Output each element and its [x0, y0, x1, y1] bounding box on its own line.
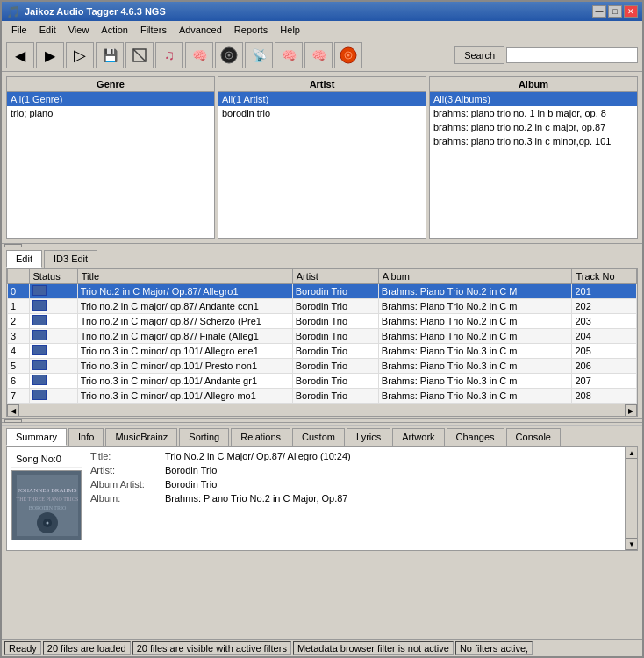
table-row[interactable]: 6Trio no.3 in C minor/ op.101/ Andante g… — [8, 374, 637, 389]
stop-button[interactable] — [125, 42, 154, 68]
minimize-button[interactable]: — — [592, 5, 606, 18]
album-item-1[interactable]: brahms: piano trio no. 1 in b major, op.… — [430, 106, 637, 120]
menu-action[interactable]: Action — [96, 23, 133, 37]
row-num: 2 — [8, 314, 30, 329]
search-input[interactable] — [506, 47, 638, 63]
brain1-button[interactable]: 🧠 — [185, 42, 213, 68]
table-row[interactable]: 1Trio no.2 in C major/ op.87/ Andante co… — [8, 299, 637, 314]
svg-point-4 — [228, 54, 231, 57]
play-button[interactable]: ▷ — [66, 42, 94, 68]
track-status-icon — [32, 285, 47, 296]
menu-edit[interactable]: Edit — [34, 23, 61, 37]
table-row[interactable]: 0Trio No.2 in C Major/ Op.87/ Allegro1Bo… — [8, 284, 637, 299]
row-album: Brahms: Piano Trio No.2 in C m — [378, 329, 572, 344]
close-button[interactable]: ✕ — [624, 5, 638, 18]
row-trackno: 205 — [572, 344, 637, 359]
disc1-icon — [219, 46, 239, 65]
horizontal-scrollbar[interactable]: ◀ ▶ — [7, 404, 637, 416]
status-metadata-filter: Metadata browser filter is not active — [293, 641, 454, 655]
genre-header: Genre — [7, 77, 214, 92]
tab-changes[interactable]: Changes — [447, 428, 504, 446]
tab-custom[interactable]: Custom — [292, 428, 345, 446]
row-title: Trio no.3 in C minor/ op.101/ Allegro mo… — [77, 389, 292, 404]
tab-info[interactable]: Info — [68, 428, 104, 446]
svg-line-1 — [133, 49, 146, 61]
track-status-icon — [32, 330, 47, 340]
artist-item-borodin[interactable]: borodin trio — [218, 106, 426, 120]
row-status — [29, 389, 77, 404]
row-artist: Borodin Trio — [292, 374, 378, 389]
genre-item-trio[interactable]: trio; piano — [7, 106, 214, 120]
back-button[interactable]: ◀ — [6, 42, 34, 68]
menu-filters[interactable]: Filters — [135, 23, 172, 37]
row-title: Trio no.3 in C minor/ op.101/ Presto non… — [77, 359, 292, 374]
genre-item-all[interactable]: All(1 Genre) — [7, 92, 214, 106]
artist-item-all[interactable]: All(1 Artist) — [218, 92, 426, 106]
edit-tabs-bar: Edit ID3 Edit — [2, 247, 642, 268]
scroll-down-arrow[interactable]: ▼ — [626, 538, 638, 550]
menu-view[interactable]: View — [63, 23, 95, 37]
resize-handle[interactable] — [4, 244, 22, 247]
scroll-right-arrow[interactable]: ▶ — [625, 404, 637, 417]
album-item-all[interactable]: All(3 Albums) — [430, 92, 637, 106]
table-row[interactable]: 2Trio no.2 in C major/ op.87/ Scherzo (P… — [8, 314, 637, 329]
info-row-artist: Artist: Borodin Trio — [90, 465, 620, 476]
music-button[interactable]: ♫ — [155, 42, 183, 68]
svg-text:JOHANNES BRAHMS: JOHANNES BRAHMS — [18, 487, 77, 494]
info-row-title: Title: Trio No.2 in C Major/ Op.87/ Alle… — [90, 451, 620, 461]
table-row[interactable]: 4Trio no.3 in C minor/ op.101/ Allegro e… — [8, 344, 637, 359]
row-num: 1 — [8, 299, 30, 314]
song-fields: Title: Trio No.2 in C Major/ Op.87/ Alle… — [90, 451, 620, 546]
row-title: Trio no.3 in C minor/ op.101/ Andante gr… — [77, 374, 292, 389]
menu-reports[interactable]: Reports — [229, 23, 274, 37]
col-num — [8, 269, 30, 284]
col-trackno[interactable]: Track No — [572, 269, 637, 284]
table-row[interactable]: 3Trio no.2 in C major/ op.87/ Finale (Al… — [8, 329, 637, 344]
tab-edit[interactable]: Edit — [6, 250, 42, 268]
status-ready: Ready — [4, 641, 41, 655]
track-table-scroll[interactable]: Status Title Artist Album Track No 0Trio… — [7, 268, 637, 404]
tab-console[interactable]: Console — [506, 428, 561, 446]
tab-sorting[interactable]: Sorting — [179, 428, 229, 446]
tab-id3edit[interactable]: ID3 Edit — [44, 250, 97, 268]
tab-summary[interactable]: Summary — [6, 428, 67, 446]
table-row[interactable]: 5Trio no.3 in C minor/ op.101/ Presto no… — [8, 359, 637, 374]
tab-relations[interactable]: Relations — [231, 428, 290, 446]
album-item-3[interactable]: brahms: piano trio no.3 in c minor,op. 1… — [430, 134, 637, 148]
row-artist: Borodin Trio — [292, 359, 378, 374]
forward-button[interactable]: ▶ — [36, 42, 64, 68]
antenna-button[interactable]: 📡 — [245, 42, 273, 68]
row-status — [29, 359, 77, 374]
menu-advanced[interactable]: Advanced — [174, 23, 227, 37]
title-value: Trio No.2 in C Major/ Op.87/ Allegro (10… — [165, 451, 351, 461]
tab-musicbrainz[interactable]: MusicBrainz — [105, 428, 177, 446]
bottom-resize-handle[interactable] — [4, 419, 22, 423]
row-artist: Borodin Trio — [292, 314, 378, 329]
status-visible-files: 20 files are visible with active filters — [132, 641, 291, 655]
brain3-button[interactable]: 🧠 — [304, 42, 333, 68]
album-label: Album: — [90, 493, 161, 504]
maximize-button[interactable]: □ — [608, 5, 622, 18]
track-status-icon — [32, 390, 47, 400]
col-status[interactable]: Status — [29, 269, 77, 284]
search-button[interactable]: Search — [454, 46, 504, 64]
albumartist-label: Album Artist: — [90, 479, 161, 490]
col-album[interactable]: Album — [378, 269, 572, 284]
tab-artwork[interactable]: Artwork — [392, 428, 444, 446]
album-item-2[interactable]: brahms: piano trio no.2 in c major, op.8… — [430, 120, 637, 134]
tab-lyrics[interactable]: Lyrics — [347, 428, 390, 446]
menu-file[interactable]: File — [6, 23, 32, 37]
disc1-button[interactable] — [215, 42, 243, 68]
scroll-left-arrow[interactable]: ◀ — [7, 404, 19, 417]
menu-help[interactable]: Help — [275, 23, 305, 37]
col-title[interactable]: Title — [77, 269, 292, 284]
brain2-button[interactable]: 🧠 — [275, 42, 303, 68]
info-scrollbar[interactable]: ▲ ▼ — [625, 447, 637, 550]
col-artist[interactable]: Artist — [292, 269, 378, 284]
scroll-up-arrow[interactable]: ▲ — [626, 447, 638, 459]
row-album: Brahms: Piano Trio No.3 in C m — [378, 344, 572, 359]
disc2-button[interactable] — [334, 42, 362, 68]
table-row[interactable]: 7Trio no.3 in C minor/ op.101/ Allegro m… — [8, 389, 637, 404]
row-trackno: 204 — [572, 329, 637, 344]
save-button[interactable]: 💾 — [96, 42, 124, 68]
